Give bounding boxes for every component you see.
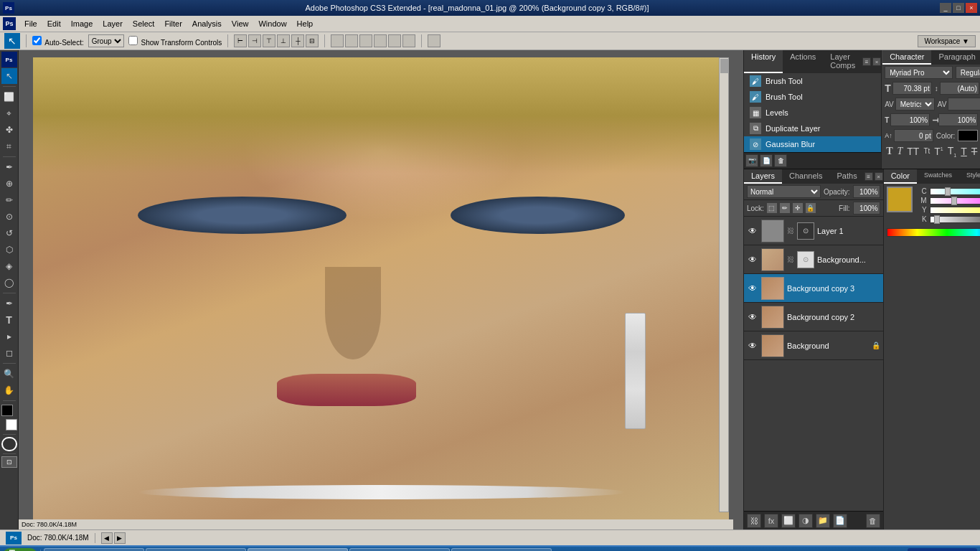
font-style-select[interactable]: Regular bbox=[956, 66, 980, 79]
layer1-visibility[interactable]: 👁 bbox=[747, 225, 758, 237]
align-bottom-icon[interactable]: ⊟ bbox=[306, 34, 319, 47]
screen-mode-btn[interactable]: ⊡ bbox=[1, 456, 17, 468]
zoom-tool[interactable]: 🔍 bbox=[1, 366, 17, 382]
maximize-button[interactable]: □ bbox=[953, 3, 964, 13]
backgrounddots-visibility[interactable]: 👁 bbox=[747, 254, 758, 265]
add-mask-btn[interactable]: ⬜ bbox=[781, 514, 796, 528]
align-center-icon[interactable]: ⊣ bbox=[248, 34, 261, 47]
align-top-icon[interactable]: ⊥ bbox=[277, 34, 290, 47]
fg-color-swatch[interactable] bbox=[887, 187, 913, 212]
lock-image-btn[interactable]: ✏ bbox=[780, 203, 790, 213]
text-tool[interactable]: T bbox=[1, 312, 17, 328]
menu-select[interactable]: Select bbox=[128, 18, 159, 29]
auto-select-checkbox[interactable] bbox=[32, 36, 42, 45]
dist1-icon[interactable] bbox=[331, 34, 344, 47]
tab-color[interactable]: Color bbox=[884, 169, 917, 184]
scale-h-input[interactable] bbox=[890, 113, 930, 126]
text-color-swatch[interactable] bbox=[958, 130, 978, 141]
create-new-doc-btn[interactable]: 📄 bbox=[760, 154, 773, 167]
layers-panel-close[interactable]: × bbox=[875, 172, 883, 181]
italic-icon-T[interactable]: T bbox=[897, 146, 903, 157]
lock-all-btn[interactable]: 🔒 bbox=[806, 203, 816, 213]
align-left-icon[interactable]: ⊢ bbox=[234, 34, 247, 47]
gradient-tool[interactable]: ◈ bbox=[1, 258, 17, 274]
tab-paths[interactable]: Paths bbox=[830, 169, 864, 184]
dist4-icon[interactable] bbox=[374, 34, 387, 47]
layer-item-bg-copy2[interactable]: 👁 Background copy 2 bbox=[744, 303, 883, 331]
new-fill-btn[interactable]: ◑ bbox=[798, 514, 813, 528]
layers-panel-options[interactable]: ≡ bbox=[864, 172, 873, 181]
history-item-1[interactable]: 🖌 Brush Tool bbox=[744, 73, 881, 89]
background-color-swatch[interactable] bbox=[6, 419, 17, 430]
scrollbar-thumb-v[interactable] bbox=[720, 59, 729, 73]
crop-tool[interactable]: ⌗ bbox=[1, 138, 17, 154]
new-layer-btn[interactable]: 📄 bbox=[833, 514, 847, 528]
quick-select-tool[interactable]: ✤ bbox=[1, 122, 17, 138]
start-button[interactable]: ⊞ Start bbox=[3, 548, 37, 551]
k-slider[interactable] bbox=[930, 216, 980, 223]
tracking-select[interactable]: Metrics bbox=[895, 98, 935, 110]
pen-tool[interactable]: ✒ bbox=[1, 296, 17, 311]
tab-layer-comps[interactable]: Layer Comps bbox=[823, 50, 862, 73]
menu-analysis[interactable]: Analysis bbox=[188, 18, 226, 29]
align-right-icon[interactable]: ⊤ bbox=[263, 34, 275, 47]
tab-styles[interactable]: Styles bbox=[959, 169, 980, 184]
taskbar-item-tutorial3[interactable]: W TUTORIAL3 - Micro... bbox=[349, 548, 450, 551]
taskbar-item-photoshop[interactable]: Ps Adobe Photoshop C... bbox=[248, 548, 348, 551]
bgcopy3-visibility[interactable]: 👁 bbox=[747, 283, 758, 294]
underline-icon[interactable]: T bbox=[961, 146, 967, 157]
layer-item-bg-copy3[interactable]: 👁 Background copy 3 bbox=[744, 274, 883, 303]
font-family-select[interactable]: Myriad Pro bbox=[885, 66, 953, 79]
baseline-input[interactable] bbox=[894, 129, 933, 142]
superscript-icon[interactable]: T1 bbox=[934, 146, 943, 157]
lasso-tool[interactable]: ⌖ bbox=[1, 105, 17, 121]
delete-state-btn[interactable]: 🗑 bbox=[774, 154, 787, 167]
add-style-btn[interactable]: fx bbox=[764, 514, 778, 528]
dist6-icon[interactable] bbox=[402, 34, 415, 47]
c-slider[interactable] bbox=[930, 188, 980, 195]
background-visibility[interactable]: 👁 bbox=[747, 340, 758, 352]
history-brush-tool[interactable]: ↺ bbox=[1, 225, 17, 241]
layer-item-layer1[interactable]: 👁 ⛓ ⊙ Layer 1 bbox=[744, 217, 883, 245]
menu-filter[interactable]: Filter bbox=[160, 18, 186, 29]
menu-view[interactable]: View bbox=[227, 18, 253, 29]
lock-transparent-btn[interactable]: ⬚ bbox=[767, 203, 777, 213]
clone-tool[interactable]: ⊙ bbox=[1, 209, 17, 225]
tab-character[interactable]: Character bbox=[882, 50, 931, 65]
layer-item-background-dots[interactable]: 👁 ⛓ ⊙ Background... bbox=[744, 245, 883, 274]
taskbar-item-youtube[interactable]: IE YouTube - Us and T... bbox=[44, 548, 144, 551]
tab-history[interactable]: History bbox=[744, 50, 783, 73]
window-controls[interactable]: _ □ × bbox=[940, 3, 977, 13]
scale-v-input[interactable] bbox=[938, 113, 978, 126]
show-transform-checkbox[interactable] bbox=[128, 36, 138, 45]
close-button[interactable]: × bbox=[966, 3, 977, 13]
taskbar-item-illustrator[interactable]: Ai Adobe Illustrator bbox=[146, 548, 246, 551]
link-layers-btn[interactable]: ⛓ bbox=[747, 514, 761, 528]
minimize-button[interactable]: _ bbox=[940, 3, 951, 13]
quick-mask-btn[interactable] bbox=[1, 437, 17, 451]
auto-select-dropdown[interactable]: Group Layer bbox=[88, 34, 124, 47]
dist5-icon[interactable] bbox=[388, 34, 401, 47]
small-caps-icon[interactable]: Tt bbox=[923, 147, 930, 155]
dist3-icon[interactable] bbox=[359, 34, 372, 47]
menu-window[interactable]: Window bbox=[254, 18, 291, 29]
scrollbar-bottom[interactable]: Doc: 780.0K/4.18M bbox=[19, 519, 733, 529]
delete-layer-btn[interactable]: 🗑 bbox=[866, 514, 880, 528]
menu-layer[interactable]: Layer bbox=[98, 18, 127, 29]
hand-tool[interactable]: ✋ bbox=[1, 382, 17, 398]
tab-swatches[interactable]: Swatches bbox=[917, 169, 959, 184]
fill-input[interactable] bbox=[853, 202, 880, 215]
tab-layers[interactable]: Layers bbox=[744, 169, 782, 184]
brush-tool[interactable]: ✏ bbox=[1, 192, 17, 208]
color-spectrum[interactable] bbox=[887, 228, 980, 237]
path-select-tool[interactable]: ▸ bbox=[1, 329, 17, 344]
heal-tool[interactable]: ⊕ bbox=[1, 176, 17, 192]
dodge-tool[interactable]: ◯ bbox=[1, 275, 17, 291]
align-middle-icon[interactable]: ┼ bbox=[291, 34, 304, 47]
nav-prev-btn[interactable]: ◀ bbox=[101, 532, 113, 544]
shape-tool[interactable]: ◻ bbox=[1, 345, 17, 361]
tab-actions[interactable]: Actions bbox=[783, 50, 823, 73]
tab-paragraph[interactable]: Paragraph bbox=[931, 50, 980, 65]
foreground-color-swatch[interactable] bbox=[1, 405, 13, 416]
taskbar-item-tutorial3b[interactable]: 📄 tutorial3 bbox=[451, 548, 552, 551]
